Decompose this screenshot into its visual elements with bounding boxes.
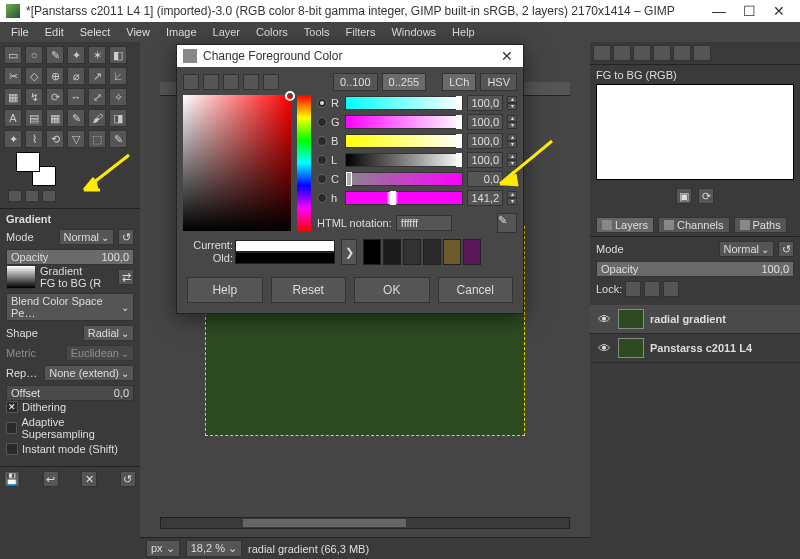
mode-dropdown[interactable]: Normal: [59, 229, 114, 245]
menu-edit[interactable]: Edit: [38, 24, 71, 40]
tool[interactable]: ⟳: [46, 88, 64, 106]
tool[interactable]: ⤢: [88, 88, 106, 106]
slider-r[interactable]: [345, 96, 463, 110]
tool[interactable]: ▦: [4, 88, 22, 106]
slider-c[interactable]: [345, 172, 463, 186]
selector-tab[interactable]: [203, 74, 219, 90]
unit-dropdown[interactable]: px ⌄: [146, 540, 180, 557]
tool[interactable]: ✎: [46, 46, 64, 64]
history-swatch[interactable]: [363, 239, 381, 265]
tab-layers[interactable]: Layers: [596, 217, 654, 233]
layer-mode-dropdown[interactable]: Normal: [719, 241, 774, 257]
opacity-slider[interactable]: Opacity 100,0: [6, 249, 134, 265]
history-swatch[interactable]: [403, 239, 421, 265]
toolbox-tab[interactable]: [8, 190, 22, 202]
shape-dropdown[interactable]: Radial: [83, 325, 134, 341]
tool[interactable]: ⊕: [46, 67, 64, 85]
layer-thumbnail[interactable]: [618, 338, 644, 358]
layer-opacity-slider[interactable]: Opacity 100,0: [596, 261, 794, 277]
menu-view[interactable]: View: [119, 24, 157, 40]
gradient-reverse-icon[interactable]: ⇄: [118, 269, 134, 285]
tool[interactable]: ✎: [109, 130, 127, 148]
tool[interactable]: ⬚: [88, 130, 106, 148]
value-l[interactable]: 100,0: [467, 152, 503, 168]
maximize-button[interactable]: ☐: [734, 3, 764, 19]
instant-mode-check[interactable]: Instant mode (Shift): [6, 443, 134, 455]
layer-name[interactable]: radial gradient: [650, 313, 726, 325]
dialog-titlebar[interactable]: Change Foreground Color ✕: [177, 45, 523, 67]
tool[interactable]: ✶: [88, 46, 106, 64]
dock-tab[interactable]: [613, 45, 631, 61]
menu-layer[interactable]: Layer: [206, 24, 248, 40]
scrollbar-horizontal[interactable]: [160, 517, 570, 529]
tool[interactable]: ✧: [109, 88, 127, 106]
hue-bar[interactable]: [297, 95, 311, 231]
radio-c[interactable]: [317, 174, 327, 184]
dock-tab[interactable]: [633, 45, 651, 61]
dock-tab[interactable]: [673, 45, 691, 61]
menu-windows[interactable]: Windows: [384, 24, 443, 40]
slider-g[interactable]: [345, 115, 463, 129]
history-swatch[interactable]: [463, 239, 481, 265]
menu-image[interactable]: Image: [159, 24, 204, 40]
tool[interactable]: ↯: [25, 88, 43, 106]
slider-l[interactable]: [345, 153, 463, 167]
tool[interactable]: ⟲: [46, 130, 64, 148]
menu-select[interactable]: Select: [73, 24, 118, 40]
reset-button[interactable]: Reset: [271, 277, 347, 303]
tool[interactable]: ⌀: [67, 67, 85, 85]
radio-g[interactable]: [317, 117, 327, 127]
offset-slider[interactable]: Offset 0,0: [6, 385, 134, 401]
toolbox-tab[interactable]: [25, 190, 39, 202]
spinner[interactable]: ▴▾: [507, 96, 517, 110]
spinner[interactable]: ▴▾: [507, 153, 517, 167]
tool[interactable]: ✎: [67, 109, 85, 127]
tool[interactable]: ✦: [67, 46, 85, 64]
lock-position-icon[interactable]: [644, 281, 660, 297]
selector-tab[interactable]: [263, 74, 279, 90]
old-color-swatch[interactable]: [235, 252, 335, 264]
dock-tab[interactable]: [593, 45, 611, 61]
tool[interactable]: ▽: [67, 130, 85, 148]
tool[interactable]: ↗: [88, 67, 106, 85]
add-to-history-button[interactable]: ❯: [341, 239, 357, 265]
scale-0-100-button[interactable]: 0..100: [333, 73, 378, 91]
color-field[interactable]: [183, 95, 291, 231]
spinner[interactable]: ▴▾: [507, 115, 517, 129]
html-notation-input[interactable]: [396, 215, 452, 231]
fg-bg-swatch[interactable]: [16, 152, 56, 186]
history-swatch[interactable]: [383, 239, 401, 265]
tab-channels[interactable]: Channels: [658, 217, 729, 233]
layer-row[interactable]: 👁 Panstarss c2011 L4: [590, 334, 800, 363]
gradient-preview-large[interactable]: [596, 84, 794, 180]
ok-button[interactable]: OK: [354, 277, 430, 303]
tool[interactable]: ▭: [4, 46, 22, 64]
opts-delete-icon[interactable]: ✕: [81, 471, 97, 487]
tool[interactable]: ✂: [4, 67, 22, 85]
tool[interactable]: ◇: [25, 67, 43, 85]
selector-tab[interactable]: [223, 74, 239, 90]
value-g[interactable]: 100,0: [467, 114, 503, 130]
dithering-check[interactable]: ✕Dithering: [6, 401, 134, 413]
mode-reset-icon[interactable]: ↺: [118, 229, 134, 245]
value-c[interactable]: 0,0: [467, 171, 503, 187]
minimize-button[interactable]: —: [704, 3, 734, 19]
close-window-button[interactable]: ✕: [764, 3, 794, 19]
value-h[interactable]: 141,2: [467, 190, 503, 206]
preview-btn[interactable]: ⟳: [698, 188, 714, 204]
dock-tab[interactable]: [653, 45, 671, 61]
supersampling-check[interactable]: Adaptive Supersampling: [6, 416, 134, 440]
menu-file[interactable]: File: [4, 24, 36, 40]
lock-alpha-icon[interactable]: [663, 281, 679, 297]
gradient-preview[interactable]: [6, 265, 36, 289]
tool[interactable]: ↔: [67, 88, 85, 106]
menu-help[interactable]: Help: [445, 24, 482, 40]
layer-row[interactable]: 👁 radial gradient: [590, 305, 800, 334]
lock-pixels-icon[interactable]: [625, 281, 641, 297]
spinner[interactable]: ▴▾: [507, 191, 517, 205]
fg-color[interactable]: [16, 152, 40, 172]
opts-reset-icon[interactable]: ↺: [120, 471, 136, 487]
layer-thumbnail[interactable]: [618, 309, 644, 329]
value-r[interactable]: 100,0: [467, 95, 503, 111]
preview-btn[interactable]: ▣: [676, 188, 692, 204]
